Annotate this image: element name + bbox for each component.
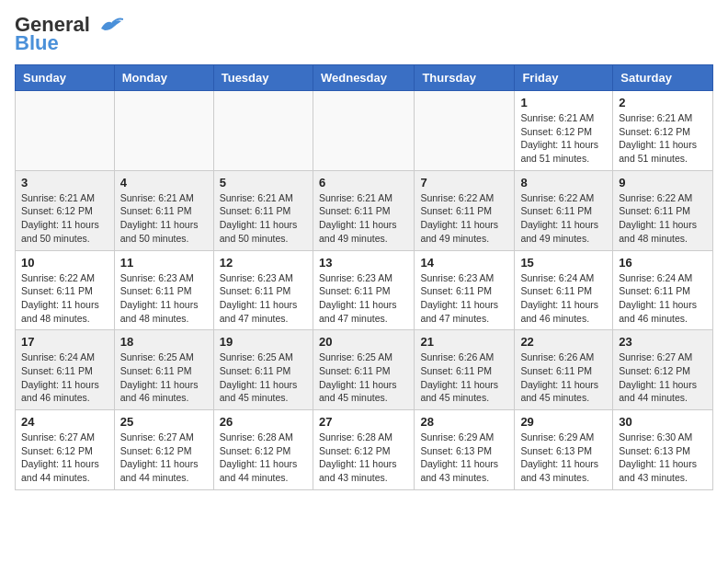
day-number: 23 <box>619 335 707 349</box>
day-number: 11 <box>120 256 208 270</box>
day-info: Sunrise: 6:28 AMSunset: 6:12 PMDaylight:… <box>220 431 307 485</box>
calendar-week-row: 24Sunrise: 6:27 AMSunset: 6:12 PMDayligh… <box>16 410 713 490</box>
calendar-week-row: 1Sunrise: 6:21 AMSunset: 6:12 PMDaylight… <box>16 91 713 171</box>
day-info: Sunrise: 6:25 AMSunset: 6:11 PMDaylight:… <box>120 350 208 405</box>
calendar-cell: 2Sunrise: 6:21 AMSunset: 6:12 PMDaylight… <box>613 91 713 171</box>
weekday-header: Monday <box>114 65 213 91</box>
calendar-cell: 12Sunrise: 6:23 AMSunset: 6:11 PMDayligh… <box>213 250 313 330</box>
weekday-header: Thursday <box>415 65 515 91</box>
day-info: Sunrise: 6:21 AMSunset: 6:12 PMDaylight:… <box>520 111 607 166</box>
day-info: Sunrise: 6:23 AMSunset: 6:11 PMDaylight:… <box>420 271 508 326</box>
day-number: 7 <box>420 176 508 190</box>
calendar-cell: 28Sunrise: 6:29 AMSunset: 6:13 PMDayligh… <box>415 410 515 490</box>
day-info: Sunrise: 6:25 AMSunset: 6:11 PMDaylight:… <box>220 350 307 405</box>
calendar-cell: 24Sunrise: 6:27 AMSunset: 6:12 PMDayligh… <box>16 410 115 490</box>
calendar-week-row: 17Sunrise: 6:24 AMSunset: 6:11 PMDayligh… <box>16 330 713 410</box>
day-info: Sunrise: 6:21 AMSunset: 6:12 PMDaylight:… <box>21 191 108 246</box>
day-number: 15 <box>520 256 607 270</box>
logo-text-blue: Blue <box>15 33 59 53</box>
calendar-cell: 14Sunrise: 6:23 AMSunset: 6:11 PMDayligh… <box>415 250 515 330</box>
day-number: 26 <box>220 415 307 429</box>
day-info: Sunrise: 6:25 AMSunset: 6:11 PMDaylight:… <box>319 350 408 405</box>
calendar-cell: 23Sunrise: 6:27 AMSunset: 6:12 PMDayligh… <box>613 330 713 410</box>
calendar-cell <box>415 91 515 171</box>
day-number: 13 <box>319 256 408 270</box>
calendar-cell: 30Sunrise: 6:30 AMSunset: 6:13 PMDayligh… <box>613 410 713 490</box>
calendar-cell: 15Sunrise: 6:24 AMSunset: 6:11 PMDayligh… <box>515 250 613 330</box>
calendar-cell: 4Sunrise: 6:21 AMSunset: 6:11 PMDaylight… <box>114 170 213 250</box>
day-info: Sunrise: 6:24 AMSunset: 6:11 PMDaylight:… <box>619 271 707 326</box>
day-number: 24 <box>21 415 108 429</box>
day-number: 18 <box>120 335 208 349</box>
calendar-cell <box>16 91 115 171</box>
day-number: 10 <box>21 256 108 270</box>
calendar-cell: 19Sunrise: 6:25 AMSunset: 6:11 PMDayligh… <box>213 330 313 410</box>
calendar-cell: 13Sunrise: 6:23 AMSunset: 6:11 PMDayligh… <box>313 250 414 330</box>
day-info: Sunrise: 6:28 AMSunset: 6:12 PMDaylight:… <box>319 431 408 485</box>
day-number: 30 <box>619 415 707 429</box>
day-number: 16 <box>619 256 707 270</box>
day-number: 21 <box>420 335 508 349</box>
calendar-week-row: 10Sunrise: 6:22 AMSunset: 6:11 PMDayligh… <box>16 250 713 330</box>
day-number: 8 <box>520 176 607 190</box>
day-number: 22 <box>520 335 607 349</box>
day-info: Sunrise: 6:22 AMSunset: 6:11 PMDaylight:… <box>520 191 607 246</box>
logo: General Blue <box>15 15 123 53</box>
day-info: Sunrise: 6:30 AMSunset: 6:13 PMDaylight:… <box>619 431 707 485</box>
calendar-cell: 9Sunrise: 6:22 AMSunset: 6:11 PMDaylight… <box>613 170 713 250</box>
day-info: Sunrise: 6:29 AMSunset: 6:13 PMDaylight:… <box>420 431 508 485</box>
day-number: 17 <box>21 335 108 349</box>
day-number: 27 <box>319 415 408 429</box>
day-info: Sunrise: 6:24 AMSunset: 6:11 PMDaylight:… <box>21 350 108 405</box>
day-info: Sunrise: 6:27 AMSunset: 6:12 PMDaylight:… <box>619 350 707 405</box>
calendar-cell <box>213 91 313 171</box>
calendar-cell: 16Sunrise: 6:24 AMSunset: 6:11 PMDayligh… <box>613 250 713 330</box>
calendar-cell: 29Sunrise: 6:29 AMSunset: 6:13 PMDayligh… <box>515 410 613 490</box>
day-number: 3 <box>21 176 108 190</box>
day-number: 29 <box>520 415 607 429</box>
weekday-header: Sunday <box>16 65 115 91</box>
logo-bird-icon <box>97 17 123 34</box>
day-info: Sunrise: 6:24 AMSunset: 6:11 PMDaylight:… <box>520 271 607 326</box>
weekday-header: Tuesday <box>213 65 313 91</box>
calendar-cell: 21Sunrise: 6:26 AMSunset: 6:11 PMDayligh… <box>415 330 515 410</box>
calendar-body: 1Sunrise: 6:21 AMSunset: 6:12 PMDaylight… <box>16 91 713 490</box>
calendar-cell: 26Sunrise: 6:28 AMSunset: 6:12 PMDayligh… <box>213 410 313 490</box>
day-info: Sunrise: 6:23 AMSunset: 6:11 PMDaylight:… <box>319 271 408 326</box>
day-info: Sunrise: 6:22 AMSunset: 6:11 PMDaylight:… <box>619 191 707 246</box>
calendar-cell: 11Sunrise: 6:23 AMSunset: 6:11 PMDayligh… <box>114 250 213 330</box>
weekday-header: Friday <box>515 65 613 91</box>
weekday-header: Wednesday <box>313 65 414 91</box>
page-header: General Blue <box>15 15 713 53</box>
calendar-table: SundayMondayTuesdayWednesdayThursdayFrid… <box>15 64 713 490</box>
day-number: 19 <box>220 335 307 349</box>
day-info: Sunrise: 6:26 AMSunset: 6:11 PMDaylight:… <box>420 350 508 405</box>
day-info: Sunrise: 6:21 AMSunset: 6:11 PMDaylight:… <box>319 191 408 246</box>
calendar-cell: 3Sunrise: 6:21 AMSunset: 6:12 PMDaylight… <box>16 170 115 250</box>
calendar-header-row: SundayMondayTuesdayWednesdayThursdayFrid… <box>16 65 713 91</box>
day-number: 12 <box>220 256 307 270</box>
calendar-cell: 18Sunrise: 6:25 AMSunset: 6:11 PMDayligh… <box>114 330 213 410</box>
day-number: 9 <box>619 176 707 190</box>
calendar-cell <box>114 91 213 171</box>
calendar-cell <box>313 91 414 171</box>
day-number: 4 <box>120 176 208 190</box>
calendar-week-row: 3Sunrise: 6:21 AMSunset: 6:12 PMDaylight… <box>16 170 713 250</box>
day-info: Sunrise: 6:21 AMSunset: 6:12 PMDaylight:… <box>619 111 707 166</box>
calendar-cell: 27Sunrise: 6:28 AMSunset: 6:12 PMDayligh… <box>313 410 414 490</box>
calendar-cell: 5Sunrise: 6:21 AMSunset: 6:11 PMDaylight… <box>213 170 313 250</box>
day-info: Sunrise: 6:23 AMSunset: 6:11 PMDaylight:… <box>220 271 307 326</box>
day-info: Sunrise: 6:22 AMSunset: 6:11 PMDaylight:… <box>21 271 108 326</box>
day-number: 28 <box>420 415 508 429</box>
day-info: Sunrise: 6:27 AMSunset: 6:12 PMDaylight:… <box>21 431 108 485</box>
calendar-cell: 17Sunrise: 6:24 AMSunset: 6:11 PMDayligh… <box>16 330 115 410</box>
day-info: Sunrise: 6:23 AMSunset: 6:11 PMDaylight:… <box>120 271 208 326</box>
weekday-header: Saturday <box>613 65 713 91</box>
day-number: 5 <box>220 176 307 190</box>
calendar-cell: 25Sunrise: 6:27 AMSunset: 6:12 PMDayligh… <box>114 410 213 490</box>
day-info: Sunrise: 6:21 AMSunset: 6:11 PMDaylight:… <box>120 191 208 246</box>
day-info: Sunrise: 6:29 AMSunset: 6:13 PMDaylight:… <box>520 431 607 485</box>
calendar-cell: 8Sunrise: 6:22 AMSunset: 6:11 PMDaylight… <box>515 170 613 250</box>
calendar-cell: 1Sunrise: 6:21 AMSunset: 6:12 PMDaylight… <box>515 91 613 171</box>
day-info: Sunrise: 6:26 AMSunset: 6:11 PMDaylight:… <box>520 350 607 405</box>
